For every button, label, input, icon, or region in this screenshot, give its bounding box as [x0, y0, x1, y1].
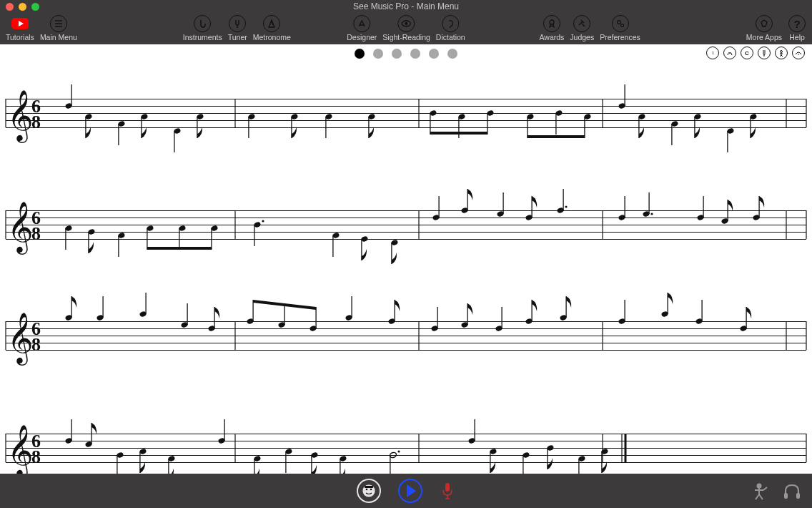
option-natural-icon[interactable]: ♮: [706, 47, 719, 59]
question-icon: ?: [788, 15, 806, 32]
close-window-button[interactable]: [6, 3, 14, 11]
bottom-bar: [0, 474, 812, 508]
judges-label: Judges: [570, 33, 594, 41]
judge-face-icon: [361, 483, 377, 499]
svg-text:𝄞: 𝄞: [7, 425, 34, 474]
svg-point-6: [550, 20, 554, 24]
eye-icon: [398, 15, 415, 32]
tutorials-label: Tutorials: [6, 33, 34, 41]
tutorials-button[interactable]: Tutorials: [6, 14, 34, 41]
svg-point-115: [565, 205, 567, 207]
help-label: Help: [789, 33, 805, 41]
option-arpeggio-icon[interactable]: [723, 47, 736, 59]
sight-reading-label: Sight-Reading: [382, 33, 430, 41]
svg-text:8: 8: [31, 112, 41, 132]
svg-point-234: [370, 489, 372, 491]
tuner-button[interactable]: Tuner: [228, 14, 247, 41]
main-menu-button[interactable]: Main Menu: [40, 14, 77, 41]
microphone-icon: [441, 482, 454, 500]
more-apps-button[interactable]: More Apps: [746, 14, 782, 41]
page-dots-row: ♮ C: [0, 46, 812, 62]
option-fermata-icon[interactable]: [792, 47, 805, 59]
page-dot-4[interactable]: [410, 49, 420, 59]
judges-button[interactable]: Judges: [570, 14, 594, 41]
awards-label: Awards: [540, 33, 565, 41]
toolbar: Tutorials Main Menu Instruments Tuner Me…: [0, 13, 812, 44]
option-tuning-icon[interactable]: [758, 47, 771, 59]
gavel-icon: [573, 15, 590, 32]
zoom-window-button[interactable]: [31, 3, 39, 11]
dictation-button[interactable]: Dictation: [436, 14, 465, 41]
metronome-button[interactable]: Metronome: [253, 14, 291, 41]
svg-text:8: 8: [31, 334, 41, 355]
svg-point-10: [798, 54, 799, 55]
minimize-window-button[interactable]: [19, 3, 26, 11]
svg-point-8: [620, 24, 623, 27]
svg-text:𝄞: 𝄞: [7, 313, 34, 366]
title-bar: See Music Pro - Main Menu: [0, 0, 812, 13]
window-title: See Music Pro - Main Menu: [0, 1, 812, 11]
svg-point-120: [650, 213, 653, 215]
page-dot-5[interactable]: [429, 49, 439, 59]
menu-icon: [50, 15, 67, 32]
instruments-button[interactable]: Instruments: [183, 14, 222, 41]
staff-system-2: 𝄞68: [0, 190, 812, 276]
ear-icon: [442, 15, 459, 32]
option-c-icon[interactable]: C: [741, 47, 753, 59]
staff-system-1: 𝄞68: [0, 79, 812, 165]
conductor-icon[interactable]: [749, 482, 769, 500]
preferences-label: Preferences: [600, 33, 640, 41]
svg-rect-239: [796, 493, 800, 499]
svg-marker-69: [430, 132, 487, 135]
play-button[interactable]: [398, 479, 422, 503]
traffic-lights: [6, 3, 39, 11]
awards-button[interactable]: Awards: [540, 14, 565, 41]
svg-text:8: 8: [31, 223, 41, 244]
medal-icon: [543, 15, 560, 32]
svg-rect-235: [365, 486, 373, 488]
dictation-label: Dictation: [436, 33, 465, 41]
svg-point-237: [757, 484, 762, 489]
svg-point-218: [397, 450, 400, 452]
page-dot-6[interactable]: [447, 49, 457, 59]
sax-icon: [194, 15, 211, 32]
headphones-icon[interactable]: [782, 482, 802, 500]
svg-text:𝄞: 𝄞: [7, 90, 34, 144]
main-menu-label: Main Menu: [40, 33, 77, 41]
svg-point-7: [617, 21, 620, 24]
more-apps-label: More Apps: [746, 33, 782, 41]
staff-system-4: 𝄞68: [0, 414, 812, 474]
svg-point-233: [366, 489, 368, 491]
metronome-label: Metronome: [253, 33, 291, 41]
sight-reading-button[interactable]: Sight-Reading: [382, 14, 430, 41]
metronome-icon: [263, 15, 280, 32]
help-button[interactable]: ? Help: [788, 14, 806, 41]
svg-text:𝄞: 𝄞: [7, 202, 34, 255]
judge-button[interactable]: [357, 479, 381, 503]
score-area: 𝄞68𝄞68𝄞68𝄞68: [0, 62, 812, 474]
page-dots: [355, 49, 457, 59]
svg-point-9: [781, 51, 783, 53]
svg-rect-238: [784, 493, 788, 499]
page-dot-3[interactable]: [392, 49, 402, 59]
instruments-label: Instruments: [183, 33, 222, 41]
svg-point-98: [262, 220, 264, 222]
apps-icon: [756, 15, 773, 32]
page-dot-1[interactable]: [355, 49, 365, 59]
play-icon: [407, 484, 416, 497]
tuner-label: Tuner: [228, 33, 247, 41]
svg-marker-128: [147, 247, 212, 250]
svg-marker-70: [528, 135, 585, 138]
score-option-icons: ♮ C: [706, 47, 805, 59]
svg-rect-236: [445, 483, 450, 492]
record-button[interactable]: [440, 481, 455, 501]
design-icon: [353, 15, 370, 32]
preferences-button[interactable]: Preferences: [600, 14, 640, 41]
svg-point-5: [405, 22, 408, 25]
fork-icon: [229, 15, 246, 32]
option-person-icon[interactable]: [775, 47, 788, 59]
gears-icon: [612, 15, 629, 32]
designer-label: Designer: [347, 33, 377, 41]
designer-button[interactable]: Designer: [347, 14, 377, 41]
page-dot-2[interactable]: [373, 49, 383, 59]
